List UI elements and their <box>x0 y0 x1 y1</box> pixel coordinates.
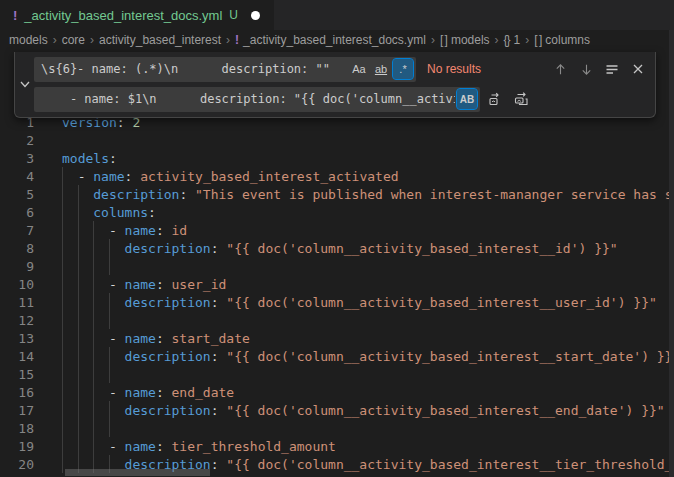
find-replace-widget: \s{6}- name: (.*)\n description: "" Aa a… <box>14 52 656 118</box>
replace-button[interactable] <box>484 88 506 110</box>
code-line[interactable]: 4- name: activity_based_interest_activat… <box>0 167 669 185</box>
editor-tab[interactable]: ! _activity_based_interest_docs.yml U <box>0 0 274 30</box>
selection-lines-icon <box>605 62 619 76</box>
indent-guide <box>78 383 94 401</box>
indent-guide <box>62 203 78 221</box>
code-line[interactable]: 8description: "{{ doc('column__activity_… <box>0 239 669 257</box>
breadcrumb-item-activity_based_interest[interactable]: activity_based_interest <box>99 33 221 47</box>
breadcrumb-item-models[interactable]: models <box>9 33 48 47</box>
array-symbol-icon: [ ] <box>440 33 447 47</box>
code-line[interactable]: 10- name: user_id <box>0 275 669 293</box>
arrow-down-icon <box>580 63 593 76</box>
indent-guide <box>93 275 109 293</box>
code-line[interactable]: 12 <box>0 311 669 329</box>
indent-guide <box>62 365 78 383</box>
breadcrumb-separator-icon: › <box>431 33 435 47</box>
tab-bar: ! _activity_based_interest_docs.yml U <box>0 0 674 30</box>
close-find-button[interactable] <box>627 58 649 80</box>
breadcrumb-item-1[interactable]: {}1 <box>504 33 521 47</box>
indent-guide <box>78 239 94 257</box>
indent-guide <box>78 365 94 383</box>
line-number: 20 <box>0 457 34 472</box>
line-number: 17 <box>0 403 34 418</box>
match-case-toggle[interactable]: Aa <box>349 59 369 79</box>
indent-guide <box>62 383 78 401</box>
code-line[interactable]: 2 <box>0 131 669 149</box>
line-number: 19 <box>0 439 34 454</box>
code-text: description: "{{ doc('column__activity_b… <box>62 293 657 311</box>
arrow-up-icon <box>554 63 567 76</box>
code-text: - name: tier_threshold_amount <box>62 437 336 455</box>
find-row: \s{6}- name: (.*)\n description: "" Aa a… <box>34 56 649 82</box>
yaml-file-icon: ! <box>13 8 17 23</box>
breadcrumb-label: models <box>451 33 490 47</box>
indent-guide <box>78 275 94 293</box>
indent-guide <box>109 311 125 329</box>
code-editor[interactable]: 1version: 223models:4- name: activity_ba… <box>0 113 669 477</box>
close-icon <box>632 63 644 75</box>
code-line[interactable]: 15 <box>0 365 669 383</box>
modified-dot-icon[interactable] <box>251 11 260 20</box>
line-number: 12 <box>0 313 34 328</box>
code-line[interactable]: 13- name: start_date <box>0 329 669 347</box>
indent-guide <box>93 401 109 419</box>
find-results-count: No results <box>427 62 515 76</box>
toggle-replace-button[interactable] <box>15 56 34 112</box>
code-text <box>62 365 125 383</box>
code-line[interactable]: 17description: "{{ doc('column__activity… <box>0 401 669 419</box>
indent-guide <box>93 257 109 275</box>
find-input[interactable]: \s{6}- name: (.*)\n description: "" Aa a… <box>34 57 416 82</box>
code-text: columns: <box>62 203 156 221</box>
indent-guide <box>93 419 109 437</box>
indent-guide <box>78 347 94 365</box>
vertical-scrollbar-track[interactable] <box>669 30 674 477</box>
replace-value-text[interactable]: - name: $1\n description: "{{ doc('colum… <box>41 92 455 106</box>
find-query-text[interactable]: \s{6}- name: (.*)\n description: "" <box>41 62 347 76</box>
replace-all-icon <box>513 91 529 107</box>
previous-match-button[interactable] <box>549 58 571 80</box>
indent-guide <box>78 419 94 437</box>
indent-guide <box>109 257 125 275</box>
indent-guide <box>93 347 109 365</box>
indent-guide <box>78 257 94 275</box>
find-in-selection-button[interactable] <box>601 58 623 80</box>
indent-guide <box>109 239 125 257</box>
code-line[interactable]: 19- name: tier_threshold_amount <box>0 437 669 455</box>
code-line[interactable]: 3models: <box>0 149 669 167</box>
code-line[interactable]: 6columns: <box>0 203 669 221</box>
code-text: description: "{{ doc('column__activity_b… <box>62 239 618 257</box>
indent-guide <box>109 365 125 383</box>
replace-row: - name: $1\n description: "{{ doc('colum… <box>34 86 649 112</box>
indent-guide <box>93 221 109 239</box>
horizontal-scrollbar-thumb[interactable] <box>65 469 210 476</box>
code-line[interactable]: 7- name: id <box>0 221 669 239</box>
yaml-symbol-icon: ! <box>235 33 239 47</box>
code-line[interactable]: 14description: "{{ doc('column__activity… <box>0 347 669 365</box>
regex-toggle[interactable]: .* <box>393 59 413 79</box>
breadcrumb-item-_activity_based_interest_docs.yml[interactable]: !_activity_based_interest_docs.yml <box>235 33 426 47</box>
code-line[interactable]: 11description: "{{ doc('column__activity… <box>0 293 669 311</box>
line-number: 6 <box>0 205 34 220</box>
next-match-button[interactable] <box>575 58 597 80</box>
indent-guide <box>78 437 94 455</box>
code-line[interactable]: 18 <box>0 419 669 437</box>
whole-word-toggle[interactable]: ab <box>371 59 391 79</box>
breadcrumb-label: models <box>9 33 48 47</box>
breadcrumb-item-core[interactable]: core <box>62 33 85 47</box>
indent-guide <box>93 311 109 329</box>
code-line[interactable]: 5description: "This event is published w… <box>0 185 669 203</box>
breadcrumb-item-models[interactable]: [ ]models <box>440 33 490 47</box>
replace-all-button[interactable] <box>510 88 532 110</box>
find-widget-rows: \s{6}- name: (.*)\n description: "" Aa a… <box>34 56 649 112</box>
replace-input[interactable]: - name: $1\n description: "{{ doc('colum… <box>34 87 480 112</box>
code-line[interactable]: 16- name: end_date <box>0 383 669 401</box>
breadcrumb-item-columns[interactable]: [ ]columns <box>534 33 590 47</box>
indent-guide <box>62 185 78 203</box>
indent-guide <box>109 347 125 365</box>
indent-guide <box>78 203 94 221</box>
indent-guide <box>62 401 78 419</box>
preserve-case-toggle[interactable]: AB <box>457 89 477 109</box>
code-text <box>62 419 125 437</box>
code-line[interactable]: 9 <box>0 257 669 275</box>
code-text: - name: id <box>62 221 187 239</box>
